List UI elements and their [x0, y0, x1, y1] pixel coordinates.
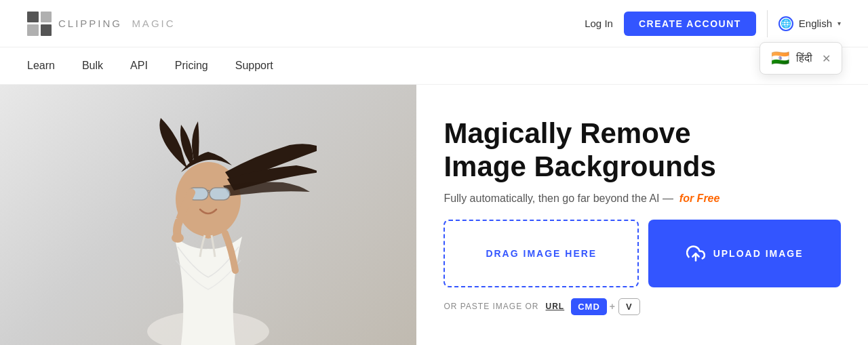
upload-image-button[interactable]: UPLOAD IMAGE: [648, 220, 841, 287]
header-right: Log In CREATE ACCOUNT 🌐 English ▾: [585, 10, 841, 37]
logo-text: CLIPPING MAGIC: [58, 18, 176, 29]
hero-title-line1: Magically Remove: [443, 117, 690, 149]
nav-item-learn[interactable]: Learn: [27, 60, 55, 72]
nav-item-bulk[interactable]: Bulk: [82, 60, 103, 72]
language-label: English: [799, 18, 832, 29]
hero-image: [0, 85, 416, 345]
close-language-dropdown-button[interactable]: ✕: [822, 52, 831, 65]
nav-item-pricing[interactable]: Pricing: [175, 60, 208, 72]
nav-item-api[interactable]: API: [130, 60, 148, 72]
cmd-key: CMD: [571, 298, 607, 315]
svg-rect-4: [210, 188, 230, 200]
drag-image-dropzone[interactable]: DRAG IMAGE HERE: [443, 220, 639, 287]
logo-light: MAGIC: [132, 18, 175, 29]
upload-row: DRAG IMAGE HERE UPLOAD IMAGE: [443, 220, 841, 287]
india-flag-icon: 🇮🇳: [771, 49, 789, 67]
language-button[interactable]: 🌐 English ▾: [778, 16, 841, 31]
hero-for-free: for Free: [679, 192, 720, 204]
svg-point-6: [172, 233, 184, 243]
login-button[interactable]: Log In: [585, 18, 613, 29]
logo-bold: CLIPPING: [58, 18, 122, 29]
logo: CLIPPING MAGIC: [27, 12, 176, 36]
paste-label: OR PASTE IMAGE OR: [443, 302, 538, 311]
hero-woman-illustration: [100, 115, 317, 345]
upload-image-label: UPLOAD IMAGE: [713, 248, 804, 259]
language-dropdown: 🇮🇳 हिंदी ✕: [760, 42, 842, 75]
v-key: V: [618, 298, 640, 315]
globe-icon: 🌐: [778, 16, 793, 31]
header: CLIPPING MAGIC Log In CREATE ACCOUNT 🌐 E…: [0, 0, 868, 47]
upload-icon: [686, 244, 705, 263]
hero-title: Magically Remove Image Backgrounds: [443, 117, 841, 183]
create-account-button[interactable]: CREATE ACCOUNT: [624, 12, 756, 36]
paste-url-link[interactable]: URL: [546, 302, 565, 311]
hero-title-line2: Image Backgrounds: [443, 150, 715, 182]
hero-subtitle: Fully automatically, then go far beyond …: [443, 192, 841, 205]
hero-subtitle-prefix: Fully automatically, then go far beyond …: [443, 192, 673, 204]
hero-text-area: Magically Remove Image Backgrounds Fully…: [416, 85, 868, 345]
hero-image-area: [0, 85, 416, 345]
nav-item-support[interactable]: Support: [235, 60, 273, 72]
paste-row: OR PASTE IMAGE OR URL CMD + V: [443, 298, 841, 315]
chevron-down-icon: ▾: [837, 20, 841, 27]
keyboard-shortcut: CMD + V: [571, 298, 639, 315]
drag-image-label: DRAG IMAGE HERE: [486, 248, 597, 259]
header-divider: [767, 10, 768, 37]
plus-symbol: +: [610, 301, 616, 312]
navigation: Learn Bulk API Pricing Support: [0, 47, 868, 85]
main-content: Magically Remove Image Backgrounds Fully…: [0, 85, 868, 345]
logo-icon: [27, 12, 52, 36]
hindi-label: हिंदी: [796, 52, 812, 64]
